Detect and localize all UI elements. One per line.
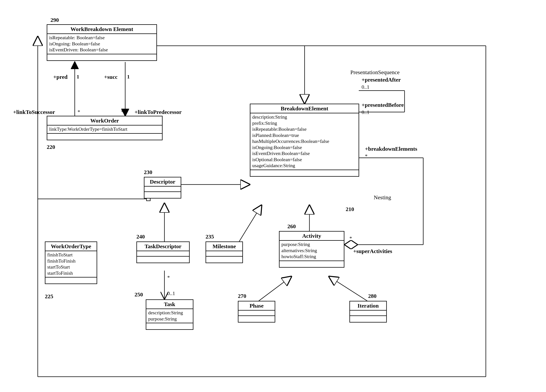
- ref-225: 225: [45, 293, 53, 300]
- ref-260: 260: [287, 223, 296, 230]
- svg-line-12: [239, 205, 262, 241]
- class-name: Activity: [280, 231, 344, 241]
- mult-task-zero-one: 0..1: [167, 290, 175, 296]
- class-name: WorkOrderType: [46, 242, 97, 251]
- class-attrs: description:String purpose:String: [146, 309, 193, 323]
- uml-diagram: 290 WorkBreakdown Element isRepeatable: …: [0, 0, 546, 392]
- mult-star-a: *: [78, 109, 80, 115]
- class-iteration: Iteration: [349, 301, 387, 322]
- class-attrs: finishToStart finishToFinish startToStar…: [46, 251, 97, 277]
- svg-line-14: [259, 276, 292, 301]
- ref-290: 290: [51, 17, 59, 23]
- class-milestone: Milestone: [206, 241, 243, 263]
- assoc-nesting: Nesting: [374, 194, 391, 201]
- class-work-order: WorkOrder linkType:WorkOrderType=finishT…: [47, 116, 162, 140]
- class-task: Task description:String purpose:String: [146, 299, 193, 330]
- ref-230: 230: [144, 169, 152, 175]
- class-task-descriptor: TaskDescriptor: [136, 241, 190, 263]
- svg-line-15: [329, 276, 367, 301]
- mult-pred: 1: [77, 74, 79, 80]
- mult-zero-one-2: 0..1: [362, 109, 370, 115]
- ref-235: 235: [206, 233, 214, 240]
- role-super-activities: +superActivities: [353, 248, 392, 254]
- class-name: Task: [146, 300, 193, 309]
- role-pred: +pred: [53, 74, 68, 80]
- role-link-to-predecessor: +linkToPredecessor: [135, 109, 182, 115]
- class-name: WorkOrder: [47, 116, 162, 126]
- class-attrs: description:String prefix:String isRepea…: [250, 113, 358, 170]
- role-succ: +succ: [104, 74, 117, 80]
- class-attrs: purpose:String alternatives:String howto…: [280, 241, 344, 261]
- class-name: Iteration: [350, 302, 386, 311]
- class-attrs: isRepeatable: Boolean=false isOngoing: B…: [47, 34, 156, 54]
- mult-super-activities: *: [349, 235, 352, 241]
- class-work-breakdown-element: WorkBreakdown Element isRepeatable: Bool…: [47, 24, 157, 61]
- ref-240: 240: [136, 233, 145, 240]
- ref-250: 250: [135, 291, 143, 298]
- class-breakdown-element: BreakdownElement description:String pref…: [250, 104, 359, 177]
- role-breakdown-elements: +breakdownElements: [365, 146, 417, 152]
- ref-280: 280: [368, 293, 377, 299]
- class-name: Phase: [238, 302, 275, 311]
- ref-270: 270: [238, 293, 246, 299]
- mult-zero-one-1: 0..1: [362, 84, 370, 90]
- class-name: Descriptor: [144, 177, 181, 186]
- mult-star-b: *: [121, 109, 124, 115]
- ref-210: 210: [346, 206, 354, 212]
- class-name: BreakdownElement: [250, 104, 358, 113]
- class-name: WorkBreakdown Element: [47, 25, 156, 34]
- class-phase: Phase: [238, 301, 275, 322]
- mult-task-star: *: [167, 275, 170, 281]
- mult-succ: 1: [127, 74, 130, 80]
- assoc-presentation-sequence: PresentationSequence: [350, 69, 399, 76]
- class-attrs: linkType:WorkOrderType=finishToStart: [47, 126, 162, 134]
- ref-220: 220: [47, 144, 55, 150]
- role-presented-after: +presentedAfter: [362, 77, 401, 83]
- class-name: TaskDescriptor: [137, 242, 189, 251]
- class-work-order-type: WorkOrderType finishToStart finishToFini…: [45, 241, 97, 284]
- class-descriptor: Descriptor: [144, 177, 181, 199]
- class-activity: Activity purpose:String alternatives:Str…: [279, 231, 344, 268]
- role-link-to-successor: +linkToSuccessor: [13, 109, 55, 115]
- mult-breakdown-elements: *: [365, 153, 368, 159]
- class-name: Milestone: [206, 242, 242, 251]
- role-presented-before: +presentedBefore: [362, 102, 404, 108]
